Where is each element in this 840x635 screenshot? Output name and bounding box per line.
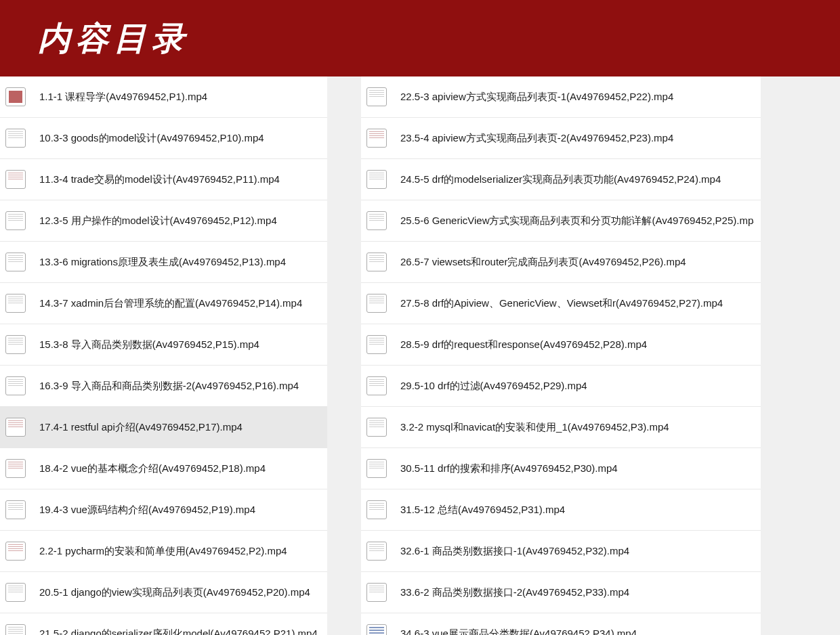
file-item-label: 32.6-1 商品类别数据接口-1(Av49769452,P32).mp4: [400, 545, 629, 558]
page-header: 内容目录: [0, 0, 840, 76]
video-thumbnail-icon: [5, 583, 26, 602]
video-thumbnail-icon: [366, 542, 387, 561]
video-thumbnail-icon: [5, 129, 26, 148]
file-item-label: 28.5-9 drf的request和response(Av49769452,P…: [400, 338, 647, 351]
file-item[interactable]: 25.5-6 GenericView方式实现商品列表页和分页功能详解(Av497…: [361, 200, 761, 242]
file-item-label: 33.6-2 商品类别数据接口-2(Av49769452,P33).mp4: [400, 586, 629, 599]
file-item[interactable]: 30.5-11 drf的搜索和排序(Av49769452,P30).mp4: [361, 448, 761, 489]
file-item-label: 26.5-7 viewsets和router完成商品列表页(Av49769452…: [400, 256, 686, 269]
file-item-label: 11.3-4 trade交易的model设计(Av49769452,P11).m…: [39, 173, 280, 186]
video-thumbnail-icon: [5, 500, 26, 519]
video-thumbnail-icon: [366, 211, 387, 230]
video-thumbnail-icon: [5, 624, 26, 635]
file-item-label: 25.5-6 GenericView方式实现商品列表页和分页功能详解(Av497…: [400, 215, 754, 227]
file-item[interactable]: 13.3-6 migrations原理及表生成(Av49769452,P13).…: [0, 242, 327, 283]
file-item-label: 34.6-3 vue展示商品分类数据(Av49769452,P34).mp4: [400, 628, 637, 636]
file-item[interactable]: 33.6-2 商品类别数据接口-2(Av49769452,P33).mp4: [361, 572, 761, 613]
file-item-label: 1.1-1 课程导学(Av49769452,P1).mp4: [39, 91, 207, 104]
file-item[interactable]: 26.5-7 viewsets和router完成商品列表页(Av49769452…: [361, 242, 761, 283]
file-item-label: 19.4-3 vue源码结构介绍(Av49769452,P19).mp4: [39, 504, 255, 517]
file-item-label: 2.2-1 pycharm的安装和简单使用(Av49769452,P2).mp4: [39, 545, 287, 558]
video-thumbnail-icon: [366, 624, 387, 635]
file-item-label: 14.3-7 xadmin后台管理系统的配置(Av49769452,P14).m…: [39, 297, 302, 310]
file-item[interactable]: 2.2-1 pycharm的安装和简单使用(Av49769452,P2).mp4: [0, 531, 327, 572]
right-column: 22.5-3 apiview方式实现商品列表页-1(Av49769452,P22…: [361, 76, 761, 635]
file-item[interactable]: 31.5-12 总结(Av49769452,P31).mp4: [361, 489, 761, 531]
file-item-label: 21.5-2 django的serializer序列化model(Av49769…: [39, 628, 318, 636]
file-item[interactable]: 20.5-1 django的view实现商品列表页(Av49769452,P20…: [0, 572, 327, 613]
file-item[interactable]: 34.6-3 vue展示商品分类数据(Av49769452,P34).mp4: [361, 613, 761, 635]
file-item-label: 3.2-2 mysql和navicat的安装和使用_1(Av49769452,P…: [400, 421, 669, 434]
file-item[interactable]: 12.3-5 用户操作的model设计(Av49769452,P12).mp4: [0, 200, 327, 242]
file-item[interactable]: 32.6-1 商品类别数据接口-1(Av49769452,P32).mp4: [361, 531, 761, 572]
file-item[interactable]: 14.3-7 xadmin后台管理系统的配置(Av49769452,P14).m…: [0, 283, 327, 324]
file-item-label: 31.5-12 总结(Av49769452,P31).mp4: [400, 504, 565, 517]
file-item[interactable]: 22.5-3 apiview方式实现商品列表页-1(Av49769452,P22…: [361, 76, 761, 118]
file-item[interactable]: 29.5-10 drf的过滤(Av49769452,P29).mp4: [361, 366, 761, 407]
video-thumbnail-icon: [366, 87, 387, 106]
file-item[interactable]: 19.4-3 vue源码结构介绍(Av49769452,P19).mp4: [0, 489, 327, 531]
file-item[interactable]: 15.3-8 导入商品类别数据(Av49769452,P15).mp4: [0, 324, 327, 366]
page-title: 内容目录: [38, 17, 190, 60]
file-item-label: 16.3-9 导入商品和商品类别数据-2(Av49769452,P16).mp4: [39, 380, 299, 393]
content-columns: 1.1-1 课程导学(Av49769452,P1).mp410.3-3 good…: [0, 76, 840, 635]
file-item[interactable]: 27.5-8 drf的Apiview、GenericView、Viewset和r…: [361, 283, 761, 324]
video-thumbnail-icon: [366, 294, 387, 313]
video-thumbnail-icon: [366, 335, 387, 354]
file-item[interactable]: 16.3-9 导入商品和商品类别数据-2(Av49769452,P16).mp4: [0, 366, 327, 407]
file-item-label: 17.4-1 restful api介绍(Av49769452,P17).mp4: [39, 421, 243, 434]
video-thumbnail-icon: [5, 335, 26, 354]
left-column: 1.1-1 课程导学(Av49769452,P1).mp410.3-3 good…: [0, 76, 327, 635]
video-thumbnail-icon: [5, 253, 26, 271]
file-item[interactable]: 17.4-1 restful api介绍(Av49769452,P17).mp4: [0, 407, 327, 448]
video-thumbnail-icon: [5, 211, 26, 230]
file-item-label: 15.3-8 导入商品类别数据(Av49769452,P15).mp4: [39, 338, 259, 351]
video-thumbnail-icon: [366, 418, 387, 437]
video-thumbnail-icon: [5, 170, 26, 189]
file-item[interactable]: 3.2-2 mysql和navicat的安装和使用_1(Av49769452,P…: [361, 407, 761, 448]
video-thumbnail-icon: [5, 459, 26, 478]
file-item[interactable]: 21.5-2 django的serializer序列化model(Av49769…: [0, 613, 327, 635]
video-thumbnail-icon: [366, 583, 387, 602]
file-item[interactable]: 28.5-9 drf的request和response(Av49769452,P…: [361, 324, 761, 366]
file-item-label: 29.5-10 drf的过滤(Av49769452,P29).mp4: [400, 380, 587, 393]
file-item-label: 23.5-4 apiview方式实现商品列表页-2(Av49769452,P23…: [400, 132, 673, 145]
file-item-label: 18.4-2 vue的基本概念介绍(Av49769452,P18).mp4: [39, 462, 266, 475]
file-item-label: 30.5-11 drf的搜索和排序(Av49769452,P30).mp4: [400, 462, 618, 475]
file-item[interactable]: 11.3-4 trade交易的model设计(Av49769452,P11).m…: [0, 159, 327, 200]
video-thumbnail-icon: [5, 294, 26, 313]
video-thumbnail-icon: [5, 376, 26, 395]
video-thumbnail-icon: [366, 459, 387, 478]
file-item[interactable]: 1.1-1 课程导学(Av49769452,P1).mp4: [0, 76, 327, 118]
file-item-label: 24.5-5 drf的modelserializer实现商品列表页功能(Av49…: [400, 173, 721, 186]
file-item[interactable]: 18.4-2 vue的基本概念介绍(Av49769452,P18).mp4: [0, 448, 327, 489]
file-item[interactable]: 24.5-5 drf的modelserializer实现商品列表页功能(Av49…: [361, 159, 761, 200]
file-item-label: 12.3-5 用户操作的model设计(Av49769452,P12).mp4: [39, 215, 277, 227]
video-thumbnail-icon: [366, 170, 387, 189]
video-thumbnail-icon: [366, 376, 387, 395]
file-item-label: 20.5-1 django的view实现商品列表页(Av49769452,P20…: [39, 586, 310, 599]
video-thumbnail-icon: [366, 500, 387, 519]
video-thumbnail-icon: [5, 418, 26, 437]
file-item-label: 10.3-3 goods的model设计(Av49769452,P10).mp4: [39, 132, 264, 145]
file-item[interactable]: 10.3-3 goods的model设计(Av49769452,P10).mp4: [0, 118, 327, 159]
video-thumbnail-icon: [5, 542, 26, 561]
video-thumbnail-icon: [366, 253, 387, 271]
video-thumbnail-icon: [5, 87, 26, 106]
file-item-label: 13.3-6 migrations原理及表生成(Av49769452,P13).…: [39, 256, 286, 269]
file-item-label: 22.5-3 apiview方式实现商品列表页-1(Av49769452,P22…: [400, 91, 673, 104]
video-thumbnail-icon: [366, 129, 387, 148]
file-item[interactable]: 23.5-4 apiview方式实现商品列表页-2(Av49769452,P23…: [361, 118, 761, 159]
file-item-label: 27.5-8 drf的Apiview、GenericView、Viewset和r…: [400, 297, 723, 310]
